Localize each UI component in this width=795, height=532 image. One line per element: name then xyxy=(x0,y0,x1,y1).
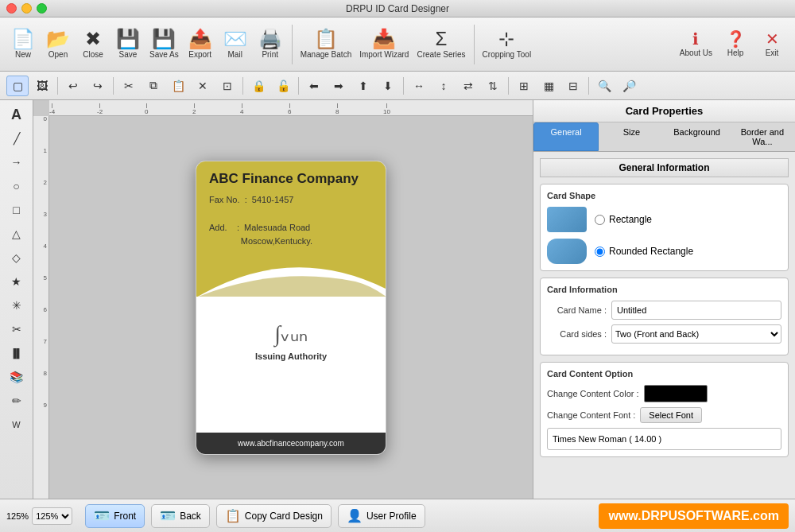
tab-general[interactable]: General xyxy=(533,122,599,151)
move-down-button[interactable]: ⬇ xyxy=(377,76,399,96)
zoom-select[interactable]: 125% 100% 75% 50% xyxy=(32,507,72,525)
rounded-radio[interactable] xyxy=(595,247,605,257)
about-us-button[interactable]: ℹ About Us xyxy=(677,21,716,68)
maximize-traffic-light[interactable] xyxy=(37,3,47,14)
export-button[interactable]: 📤 Export xyxy=(184,21,217,68)
undo-button[interactable]: ↩ xyxy=(62,76,84,96)
text-tool[interactable]: A xyxy=(4,103,29,126)
zoom-in-button[interactable]: 🔍 xyxy=(593,76,615,96)
ruler-top: -4 -2 0 2 4 6 8 10 xyxy=(49,100,533,116)
main-toolbar: 📄 New 📂 Open ✖ Close 💾 Save 💾 Save As 📤 … xyxy=(0,17,795,72)
print-button[interactable]: 🖨️ Print xyxy=(254,21,287,68)
center-h-button[interactable]: ↔ xyxy=(408,76,430,96)
shape-rectangle-option: Rectangle xyxy=(547,207,781,232)
tab-background[interactable]: Background xyxy=(665,122,730,151)
pencil-tool[interactable]: W xyxy=(4,414,29,436)
barcode-tool[interactable]: ▐▌ xyxy=(4,342,29,364)
unlock-button[interactable]: 🔓 xyxy=(272,76,294,96)
zoom-area: 125% 125% 100% 75% 50% xyxy=(6,507,72,525)
create-series-button[interactable]: Σ Create Series xyxy=(413,21,468,68)
close-traffic-light[interactable] xyxy=(6,3,17,14)
titlebar: DRPU ID Card Designer xyxy=(0,0,795,17)
properties-content: General Information Card Shape Rectangle xyxy=(533,152,795,499)
diamond-tool[interactable]: ◇ xyxy=(4,247,29,269)
back-button[interactable]: 🪪 Back xyxy=(151,504,210,528)
ruler-left: 0 1 2 3 4 5 6 7 8 9 xyxy=(33,116,49,499)
save-as-button[interactable]: 💾 Save As xyxy=(146,21,182,68)
card-info: Fax No. : 5410-1457 Add. : Malesuada Roa… xyxy=(209,193,373,249)
cropping-tool-button[interactable]: ⊹ Cropping Tool xyxy=(479,21,535,68)
card-info-section: Card Information Card Name : Card sides … xyxy=(540,278,789,355)
content-color-picker[interactable] xyxy=(644,385,708,402)
select-font-button[interactable]: Select Font xyxy=(640,407,702,423)
new-button[interactable]: 📄 New xyxy=(6,21,40,68)
pen-tool[interactable]: ✏ xyxy=(4,390,29,412)
rounded-label[interactable]: Rounded Rectangle xyxy=(595,246,693,257)
cut-button[interactable]: ✂ xyxy=(118,76,140,96)
import-wizard-button[interactable]: 📥 Import Wizard xyxy=(356,21,412,68)
move-right-button[interactable]: ➡ xyxy=(328,76,350,96)
left-tools-panel: A ╱ → ○ □ △ ◇ ★ ✳ ✂ ▐▌ 📚 ✏ W xyxy=(0,100,33,499)
card-name-input[interactable] xyxy=(611,301,781,320)
exit-button[interactable]: ✕ Exit xyxy=(755,21,789,68)
paste-button[interactable]: 📋 xyxy=(167,76,189,96)
tb2-sep-6 xyxy=(508,77,509,95)
grid-button[interactable]: ⊞ xyxy=(513,76,535,96)
shape-options: Rectangle Rounded Rectangle xyxy=(547,207,781,264)
asterisk-tool[interactable]: ✳ xyxy=(4,294,29,316)
card-header: ABC Finance Company Fax No. : 5410-1457 … xyxy=(196,161,386,297)
tb2-sep-2 xyxy=(113,77,114,95)
select-tool-button[interactable]: ▢ xyxy=(6,76,29,96)
card-wave xyxy=(196,258,386,297)
mail-button[interactable]: ✉️ Mail xyxy=(219,21,252,68)
scissors-tool[interactable]: ✂ xyxy=(4,318,29,340)
right-panel: Card Properties General Size Background … xyxy=(533,100,795,499)
help-button[interactable]: ❓ Help xyxy=(719,21,752,68)
toolbar-separator-2 xyxy=(474,25,475,64)
duplicate-button[interactable]: ⊡ xyxy=(216,76,238,96)
open-icon: 📂 xyxy=(46,29,70,49)
flip-v-button[interactable]: ⇅ xyxy=(482,76,504,96)
flip-h-button[interactable]: ⇄ xyxy=(457,76,479,96)
book-tool[interactable]: 📚 xyxy=(4,366,29,388)
card-content-title: Card Content Option xyxy=(547,369,781,379)
ratio-button[interactable]: ⊟ xyxy=(562,76,584,96)
redo-button[interactable]: ↪ xyxy=(87,76,109,96)
user-profile-icon: 👤 xyxy=(347,508,363,523)
star-tool[interactable]: ★ xyxy=(4,270,29,293)
open-button[interactable]: 📂 Open xyxy=(41,21,75,68)
back-icon: 🪪 xyxy=(160,508,176,523)
triangle-tool[interactable]: △ xyxy=(4,223,29,245)
lock-button[interactable]: 🔒 xyxy=(247,76,270,96)
zoom-out-button[interactable]: 🔎 xyxy=(618,76,640,96)
front-button[interactable]: 🪪 Front xyxy=(85,504,145,528)
move-left-button[interactable]: ⬅ xyxy=(303,76,325,96)
card-shape-title: Card Shape xyxy=(547,191,781,200)
tab-border[interactable]: Border and Wa... xyxy=(730,122,795,151)
minimize-traffic-light[interactable] xyxy=(21,3,32,14)
card-sides-select[interactable]: One (Front Only) Two (Front and Back) xyxy=(611,324,781,344)
card-signature: ∫ᵥᵤₙ xyxy=(255,320,327,347)
rectangle-radio[interactable] xyxy=(595,215,605,225)
user-profile-button[interactable]: 👤 User Profile xyxy=(338,504,425,528)
ellipse-tool[interactable]: ○ xyxy=(4,175,29,197)
line-tool[interactable]: ╱ xyxy=(4,127,29,150)
tab-size[interactable]: Size xyxy=(599,122,664,151)
toolbar-separator-1 xyxy=(292,25,293,64)
image-tool-button[interactable]: 🖼 xyxy=(31,76,53,96)
save-button[interactable]: 💾 Save xyxy=(111,21,145,68)
cropping-tool-icon: ⊹ xyxy=(498,29,514,49)
rectangle-label[interactable]: Rectangle xyxy=(595,214,652,225)
manage-batch-button[interactable]: 📋 Manage Batch xyxy=(297,21,355,68)
center-v-button[interactable]: ↕ xyxy=(432,76,455,96)
copy-card-design-button[interactable]: 📋 Copy Card Design xyxy=(216,504,332,528)
copy-button[interactable]: ⧉ xyxy=(142,76,165,96)
delete-button[interactable]: ✕ xyxy=(192,76,214,96)
view-button[interactable]: ▦ xyxy=(537,76,560,96)
rectangle-tool[interactable]: □ xyxy=(4,199,29,221)
arrow-tool[interactable]: → xyxy=(4,151,29,173)
move-up-button[interactable]: ⬆ xyxy=(352,76,374,96)
toolbar-right: ℹ About Us ❓ Help ✕ Exit xyxy=(677,21,789,68)
close-button[interactable]: ✖ Close xyxy=(76,21,110,68)
main-area: A ╱ → ○ □ △ ◇ ★ ✳ ✂ ▐▌ 📚 ✏ W -4 -2 0 2 4… xyxy=(0,100,795,499)
